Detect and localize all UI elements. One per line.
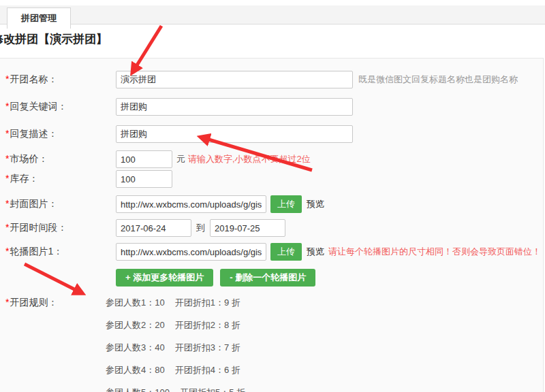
carousel-url-input[interactable]: [116, 243, 266, 261]
cover-url-input[interactable]: [116, 195, 266, 213]
form-row-price: *市场价： 元 请输入数字,小数点不要超过2位: [5, 150, 543, 168]
carousel-label: *轮播图片1：: [5, 246, 116, 258]
edit-group-buy-form: *开团名称： 既是微信图文回复标题名称也是团购名称 *回复关键词： *回复描述：…: [0, 58, 544, 392]
required-marker: *: [5, 222, 9, 233]
price-hint: 请输入数字,小数点不要超过2位: [188, 153, 311, 165]
form-row-stock: *库存：: [5, 170, 543, 188]
price-input[interactable]: [116, 150, 172, 168]
required-marker: *: [5, 297, 9, 308]
cover-preview-link[interactable]: 预览: [307, 198, 324, 210]
name-hint: 既是微信图文回复标题名称也是团购名称: [358, 74, 518, 86]
form-row-cover: *封面图片： 上传 预览: [5, 195, 543, 213]
rules-list: 参团人数1：10开团折扣1：9 折 参团人数2：20开团折扣2：8 折 参团人数…: [106, 297, 245, 392]
form-row-rules: *开团规则： 参团人数1：10开团折扣1：9 折 参团人数2：20开团折扣2：8…: [5, 297, 543, 392]
stock-input[interactable]: [116, 170, 172, 188]
required-marker: *: [5, 198, 9, 209]
page-title: 修改拼团【演示拼团】: [0, 31, 545, 47]
required-marker: *: [5, 246, 9, 257]
tab-bar: 拼团管理: [0, 5, 545, 24]
rule-item: 参团人数2：20开团折扣2：8 折: [106, 319, 245, 330]
form-row-keyword: *回复关键词：: [5, 98, 543, 116]
form-row-period: *开团时间段： 到: [5, 219, 543, 237]
add-carousel-button[interactable]: + 添加更多轮播图片: [116, 269, 213, 287]
description-input[interactable]: [116, 125, 353, 143]
price-label: *市场价：: [5, 153, 116, 165]
name-label: *开团名称：: [5, 74, 116, 86]
remove-carousel-button[interactable]: - 删除一个轮播图片: [220, 269, 315, 287]
form-row-name: *开团名称： 既是微信图文回复标题名称也是团购名称: [5, 71, 543, 88]
group-buy-admin-page: { "colors": { "button_green": "#4caf50",…: [0, 0, 545, 392]
required-marker: *: [5, 128, 9, 139]
required-marker: *: [5, 173, 9, 184]
cover-label: *封面图片：: [5, 198, 116, 210]
tab-group-buy-management[interactable]: 拼团管理: [7, 7, 71, 29]
stock-label: *库存：: [5, 173, 116, 185]
period-separator: 到: [196, 222, 205, 234]
rule-item: 参团人数1：10开团折扣1：9 折: [106, 297, 245, 308]
form-row-carousel-actions: + 添加更多轮播图片 - 删除一个轮播图片: [5, 269, 543, 287]
period-end-input[interactable]: [210, 219, 285, 237]
cover-upload-button[interactable]: 上传: [270, 195, 302, 213]
rule-item: 参团人数3：40开团折扣3：7 折: [106, 342, 245, 353]
form-row-description: *回复描述：: [5, 125, 543, 143]
rules-label: *开团规则：: [5, 297, 116, 309]
form-row-carousel: *轮播图片1： 上传 预览 请让每个轮播图片的尺寸相同！否则会导致页面错位！: [5, 243, 543, 261]
required-marker: *: [5, 74, 9, 84]
period-label: *开团时间段：: [5, 222, 116, 234]
period-start-input[interactable]: [116, 219, 191, 237]
keyword-input[interactable]: [116, 98, 353, 116]
carousel-upload-button[interactable]: 上传: [270, 243, 302, 261]
keyword-label: *回复关键词：: [5, 101, 116, 113]
carousel-warning: 请让每个轮播图片的尺寸相同！否则会导致页面错位！: [328, 246, 541, 258]
price-unit: 元: [176, 153, 185, 165]
name-input[interactable]: [116, 71, 353, 88]
description-label: *回复描述：: [5, 128, 116, 140]
rule-item: 参团人数4：80开团折扣4：6 折: [106, 364, 245, 375]
required-marker: *: [5, 101, 9, 112]
carousel-preview-link[interactable]: 预览: [307, 246, 324, 258]
rule-item: 参团人数5：100开团折扣5：5 折: [106, 387, 245, 392]
required-marker: *: [5, 153, 9, 164]
